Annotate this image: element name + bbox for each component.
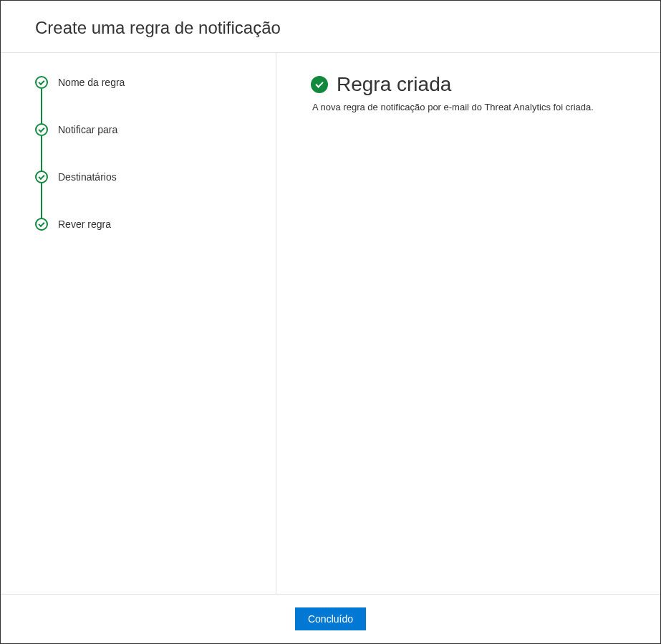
checkmark-icon: [38, 125, 44, 132]
success-circle-icon: [311, 76, 328, 93]
step-label: Rever regra: [58, 218, 111, 230]
dialog-body: Nome da regra Notificar para Destinatári…: [1, 53, 660, 594]
dialog-footer: Concluído: [1, 594, 660, 643]
checkmark-icon: [38, 78, 44, 85]
step-item-review-rule[interactable]: Rever regra: [35, 218, 276, 231]
step-connector: [41, 183, 42, 219]
checkmark-icon: [315, 80, 323, 87]
check-circle-icon: [35, 218, 48, 231]
dialog-container: Create uma regra de notificação Nome da …: [1, 1, 660, 643]
step-label: Destinatários: [58, 171, 117, 183]
check-circle-icon: [35, 123, 48, 136]
step-list: Nome da regra Notificar para Destinatári…: [35, 76, 276, 231]
step-connector: [41, 89, 42, 125]
step-item-notify-on[interactable]: Notificar para: [35, 123, 276, 170]
done-button[interactable]: Concluído: [295, 607, 366, 630]
checkmark-icon: [38, 220, 44, 226]
dialog-header: Create uma regra de notificação: [1, 1, 660, 53]
result-title: Regra criada: [337, 73, 451, 96]
main-panel: Regra criada A nova regra de notificação…: [276, 53, 660, 594]
checkmark-icon: [38, 173, 44, 179]
result-header: Regra criada: [311, 73, 632, 96]
step-label: Nome da regra: [58, 77, 125, 88]
result-description: A nova regra de notificação por e-mail d…: [312, 102, 632, 112]
step-connector: [41, 136, 42, 172]
check-circle-icon: [35, 76, 48, 89]
dialog-title: Create uma regra de notificação: [35, 18, 626, 38]
check-circle-icon: [35, 170, 48, 183]
wizard-sidebar: Nome da regra Notificar para Destinatári…: [1, 53, 276, 594]
step-item-recipients[interactable]: Destinatários: [35, 170, 276, 218]
step-label: Notificar para: [58, 124, 117, 135]
step-item-rule-name[interactable]: Nome da regra: [35, 76, 276, 123]
